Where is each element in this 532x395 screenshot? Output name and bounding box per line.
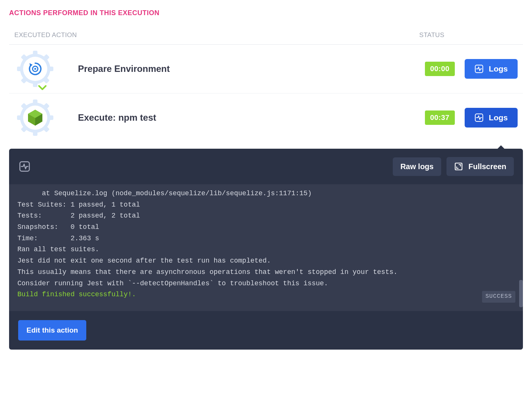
svg-rect-2 [33,81,37,87]
activity-icon [18,160,31,173]
svg-point-11 [34,68,36,70]
status-cell: 00:00 Logs [425,59,518,79]
svg-rect-27 [455,163,462,170]
svg-rect-1 [33,51,37,57]
gear-icon [16,50,54,88]
logs-button-label: Logs [489,64,508,73]
log-success-line: Build finished successfully!. [17,289,515,300]
actions-table: EXECUTED ACTION STATUS [9,28,523,142]
raw-logs-button[interactable]: Raw logs [393,157,441,176]
table-header: EXECUTED ACTION STATUS [9,28,523,45]
log-line: Snapshots: 0 total [17,222,515,233]
log-line: Tests: 2 passed, 2 total [17,210,515,222]
settings-refresh-icon [27,61,43,77]
log-line: Jest did not exit one second after the t… [17,255,515,267]
col-header-status: STATUS [419,31,518,39]
section-heading: ACTIONS PERFORMED IN THIS EXECUTION [9,9,523,17]
log-line: Test Suites: 1 passed, 1 total [17,199,515,211]
action-icon-wrap [14,99,56,137]
action-title: Prepare Environment [56,64,425,74]
action-row: Prepare Environment 00:00 Logs [9,45,523,93]
action-title: Execute: npm test [56,112,425,123]
chevron-down-icon [38,85,47,92]
log-line: Ran all test suites. [17,244,515,255]
fullscreen-icon [454,162,463,171]
scrollbar[interactable] [519,184,523,311]
activity-icon [474,64,484,73]
activity-icon [474,113,484,122]
logs-button[interactable]: Logs [465,59,518,79]
log-line: Consider running Jest with `--detectOpen… [17,278,515,289]
action-icon-wrap [14,50,56,88]
console-toolbar: Raw logs Fullscreen [9,149,523,184]
console-body[interactable]: at Sequelize.log (node_modules/sequelize… [9,184,523,311]
time-badge: 00:37 [425,110,455,125]
log-line: This usually means that there are asynch… [17,267,515,278]
action-row: Execute: npm test 00:37 Logs [9,93,523,142]
status-tag: SUCCESS [482,291,515,303]
svg-rect-17 [47,115,53,120]
scrollbar-thumb[interactable] [519,280,523,307]
fullscreen-button[interactable]: Fullscreen [446,157,514,176]
fullscreen-label: Fullscreen [468,162,506,171]
svg-rect-4 [47,67,53,71]
raw-logs-label: Raw logs [400,162,434,171]
time-badge: 00:00 [425,62,455,76]
edit-action-button[interactable]: Edit this action [18,320,86,341]
log-line: at Sequelize.log (node_modules/sequelize… [17,188,515,199]
svg-rect-3 [17,67,23,71]
logs-button-label: Logs [489,113,508,122]
svg-rect-15 [33,130,37,136]
log-line: Time: 2.363 s [17,233,515,244]
console-footer: Edit this action [9,311,523,350]
gear-icon [16,99,54,137]
svg-rect-16 [17,115,23,120]
console-panel: Raw logs Fullscreen at Sequelize.log (no… [9,149,523,350]
node-icon [27,109,44,127]
col-header-action: EXECUTED ACTION [14,31,419,39]
svg-rect-14 [33,100,37,106]
status-cell: 00:37 Logs [425,108,518,128]
logs-button[interactable]: Logs [465,108,518,128]
